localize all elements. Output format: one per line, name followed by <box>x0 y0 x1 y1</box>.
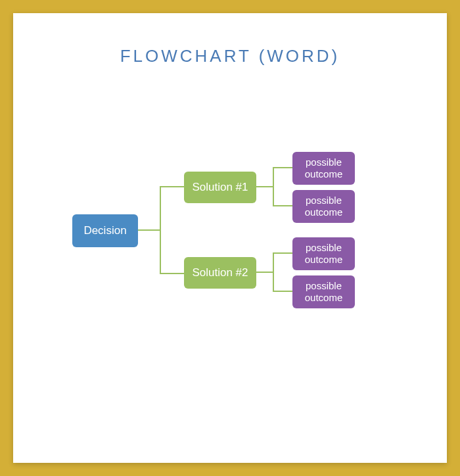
outcome-node-3: possible outcome <box>292 237 355 270</box>
connector-line <box>273 186 274 206</box>
solution-node-2: Solution #2 <box>184 257 256 289</box>
solution-node-1: Solution #1 <box>184 172 256 203</box>
outcome-node-4: possible outcome <box>292 275 355 308</box>
connector-line <box>256 186 274 187</box>
connector-line <box>273 272 274 292</box>
document-page: FLOWCHART (WORD) Decision Solution #1 So… <box>13 13 447 463</box>
connector-line <box>160 229 161 274</box>
connector-line <box>160 186 161 231</box>
outcome-node-2: possible outcome <box>292 190 355 223</box>
connector-line <box>274 252 292 254</box>
connector-line <box>274 167 292 168</box>
connector-line <box>161 186 184 187</box>
connector-line <box>138 229 161 231</box>
connector-line <box>273 167 274 187</box>
flowchart-container: Decision Solution #1 Solution #2 possibl… <box>33 145 427 316</box>
outcome-node-1: possible outcome <box>292 152 355 185</box>
connector-line <box>274 291 292 292</box>
connector-line <box>274 205 292 206</box>
page-title: FLOWCHART (WORD) <box>33 46 427 66</box>
decision-node: Decision <box>72 214 138 247</box>
connector-line <box>273 252 274 273</box>
connector-line <box>256 272 274 273</box>
connector-line <box>161 273 184 274</box>
